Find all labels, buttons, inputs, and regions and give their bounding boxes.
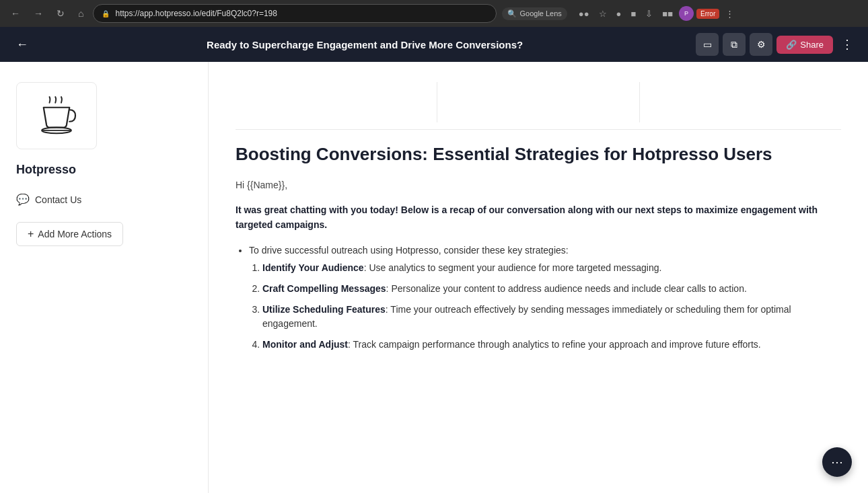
strategies-list: Identify Your Audience: Use analytics to… <box>249 261 841 352</box>
bullet-list: To drive successful outreach using Hotpr… <box>236 245 841 352</box>
contact-us-button[interactable]: 💬 Contact Us <box>16 190 81 208</box>
strategy-item-1: Identify Your Audience: Use analytics to… <box>262 261 841 275</box>
strategy-title-2: Craft Compelling Messages <box>262 283 386 294</box>
extension-button-2[interactable]: ● <box>613 6 625 22</box>
bullet-item: To drive successful outreach using Hotpr… <box>249 245 841 352</box>
content-area: Boosting Conversions: Essential Strategi… <box>209 62 868 493</box>
url-text: https://app.hotpresso.io/edit/Fu8Q2lc0?r… <box>115 9 277 18</box>
desktop-view-button[interactable]: ▭ <box>696 33 719 56</box>
profile-avatar[interactable]: P <box>679 6 694 21</box>
brand-name: Hotpresso <box>16 163 76 177</box>
star-button[interactable]: ☆ <box>595 6 610 22</box>
strategy-title-3: Utilize Scheduling Features <box>262 304 386 315</box>
browser-toolbar: ●● ☆ ● ■ ⇩ ■■ P Error ⋮ <box>575 6 737 22</box>
sidebar: Hotpresso 💬 Contact Us + Add More Action… <box>0 62 209 493</box>
back-button[interactable]: ← <box>7 5 24 22</box>
brand-logo <box>33 92 80 139</box>
strategy-item-4: Monitor and Adjust: Track campaign perfo… <box>262 338 841 352</box>
address-bar[interactable]: 🔒 https://app.hotpresso.io/edit/Fu8Q2lc0… <box>93 4 497 23</box>
email-title: Boosting Conversions: Essential Strategi… <box>236 143 841 166</box>
secure-icon: 🔒 <box>102 10 110 17</box>
main-content: Hotpresso 💬 Contact Us + Add More Action… <box>0 62 868 493</box>
google-lens-button[interactable]: 🔍 Google Lens <box>502 7 567 20</box>
chat-fab-button[interactable]: ⋯ <box>822 447 852 477</box>
browser-chrome: ← → ↻ ⌂ 🔒 https://app.hotpresso.io/edit/… <box>0 0 868 27</box>
extensions-button[interactable]: ■■ <box>659 6 676 22</box>
chat-icon: 💬 <box>16 193 30 206</box>
header-center: Ready to Supercharge Engagement and Driv… <box>34 39 696 50</box>
greeting-text: Hi {{Name}}, <box>236 180 841 190</box>
lens-icon: 🔍 <box>507 9 517 18</box>
extension-button-3[interactable]: ■ <box>627 6 639 22</box>
download-button[interactable]: ⇩ <box>642 6 656 22</box>
duplicate-button[interactable]: ⧉ <box>723 33 746 56</box>
header-actions: ▭ ⧉ ⚙ 🔗 Share ⋮ <box>696 33 857 56</box>
app-back-button[interactable]: ← <box>11 35 34 54</box>
strategy-item-3: Utilize Scheduling Features: Time your o… <box>262 303 841 331</box>
column-dividers <box>236 82 841 130</box>
forward-button[interactable]: → <box>30 5 47 22</box>
share-button[interactable]: 🔗 Share <box>776 36 833 54</box>
settings-button[interactable]: ⚙ <box>750 33 772 56</box>
strategy-title-1: Identify Your Audience <box>262 262 364 273</box>
app-header: ← Ready to Supercharge Engagement and Dr… <box>0 27 868 62</box>
extension-button-1[interactable]: ●● <box>575 6 593 22</box>
error-badge: Error <box>696 9 719 19</box>
chat-fab-icon: ⋯ <box>831 455 843 469</box>
intro-text: It was great chatting with you today! Be… <box>236 202 841 233</box>
add-more-actions-button[interactable]: + Add More Actions <box>16 222 123 246</box>
strategy-title-4: Monitor and Adjust <box>262 339 348 350</box>
page-title: Ready to Supercharge Engagement and Driv… <box>34 39 696 50</box>
share-icon: 🔗 <box>786 40 797 50</box>
plus-icon: + <box>28 228 34 240</box>
logo-container <box>16 82 97 149</box>
more-options-button[interactable]: ⋮ <box>837 34 857 54</box>
menu-button[interactable]: ⋮ <box>722 6 737 22</box>
home-button[interactable]: ⌂ <box>74 5 87 22</box>
refresh-button[interactable]: ↻ <box>52 5 69 22</box>
strategy-item-2: Craft Compelling Messages: Personalize y… <box>262 282 841 296</box>
